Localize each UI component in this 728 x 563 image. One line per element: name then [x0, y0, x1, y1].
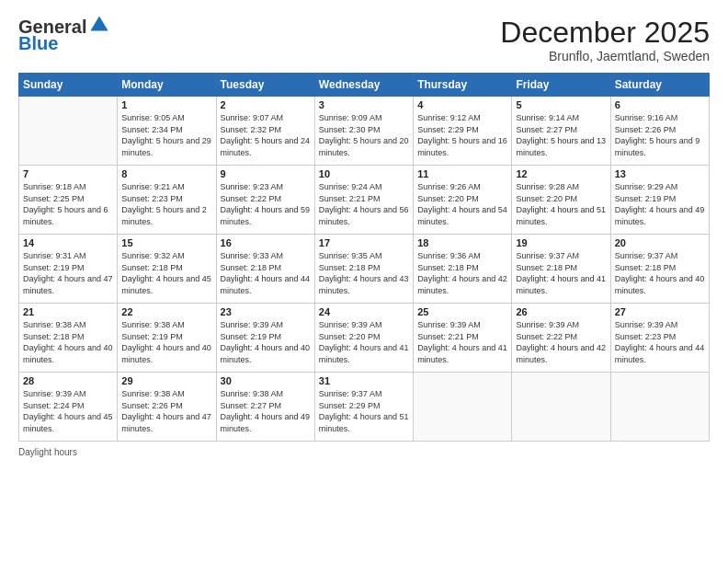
sunrise-text: Sunrise: 9:28 AM [516, 182, 579, 191]
daylight-text: Daylight: 4 hours and 49 minutes. [615, 205, 705, 226]
sunrise-text: Sunrise: 9:36 AM [417, 251, 481, 260]
sunset-text: Sunset: 2:26 PM [615, 125, 677, 134]
sunrise-text: Sunrise: 9:05 AM [121, 113, 185, 122]
day-cell-5-4: 31 Sunrise: 9:37 AM Sunset: 2:29 PM Dayl… [314, 373, 413, 442]
day-number: 29 [121, 375, 211, 386]
daylight-text: Daylight: 4 hours and 44 minutes. [615, 343, 705, 364]
daylight-text: Daylight: 4 hours and 40 minutes. [615, 274, 705, 295]
calendar-body: 1 Sunrise: 9:05 AM Sunset: 2:34 PM Dayli… [19, 97, 710, 442]
day-cell-2-3: 9 Sunrise: 9:23 AM Sunset: 2:22 PM Dayli… [216, 166, 314, 235]
sunrise-text: Sunrise: 9:38 AM [23, 320, 86, 329]
day-info: Sunrise: 9:26 AM Sunset: 2:20 PM Dayligh… [417, 181, 507, 227]
sunrise-text: Sunrise: 9:14 AM [516, 113, 579, 122]
day-info: Sunrise: 9:23 AM Sunset: 2:22 PM Dayligh… [221, 181, 311, 227]
day-info: Sunrise: 9:38 AM Sunset: 2:27 PM Dayligh… [221, 388, 311, 434]
sunset-text: Sunset: 2:18 PM [121, 263, 183, 272]
sunset-text: Sunset: 2:20 PM [516, 194, 577, 203]
day-number: 14 [23, 237, 113, 248]
day-cell-3-3: 16 Sunrise: 9:33 AM Sunset: 2:18 PM Dayl… [216, 235, 314, 304]
sunset-text: Sunset: 2:20 PM [319, 332, 381, 341]
day-info: Sunrise: 9:12 AM Sunset: 2:29 PM Dayligh… [417, 112, 507, 158]
sunrise-text: Sunrise: 9:38 AM [121, 389, 185, 398]
header-wednesday: Wednesday [314, 74, 413, 97]
sunrise-text: Sunrise: 9:29 AM [615, 182, 678, 191]
day-info: Sunrise: 9:18 AM Sunset: 2:25 PM Dayligh… [23, 181, 113, 227]
sunrise-text: Sunrise: 9:39 AM [417, 320, 481, 329]
daylight-text: Daylight: 4 hours and 41 minutes. [319, 343, 409, 364]
day-info: Sunrise: 9:38 AM Sunset: 2:19 PM Dayligh… [121, 319, 211, 365]
day-cell-1-4: 3 Sunrise: 9:09 AM Sunset: 2:30 PM Dayli… [314, 97, 413, 166]
day-number: 11 [417, 168, 507, 179]
week-row-2: 7 Sunrise: 9:18 AM Sunset: 2:25 PM Dayli… [19, 166, 710, 235]
day-cell-2-4: 10 Sunrise: 9:24 AM Sunset: 2:21 PM Dayl… [314, 166, 413, 235]
day-number: 23 [221, 306, 311, 317]
daylight-text: Daylight: 4 hours and 45 minutes. [121, 274, 211, 295]
day-cell-1-7: 6 Sunrise: 9:16 AM Sunset: 2:26 PM Dayli… [610, 97, 709, 166]
sunrise-text: Sunrise: 9:23 AM [221, 182, 284, 191]
daylight-text: Daylight: 4 hours and 54 minutes. [417, 205, 507, 226]
day-number: 13 [615, 168, 705, 179]
sunset-text: Sunset: 2:32 PM [221, 125, 282, 134]
sunset-text: Sunset: 2:23 PM [121, 194, 183, 203]
sunrise-text: Sunrise: 9:39 AM [221, 320, 284, 329]
header: General Blue December 2025 Brunflo, Jaem… [18, 17, 710, 63]
day-info: Sunrise: 9:37 AM Sunset: 2:29 PM Dayligh… [319, 388, 409, 434]
day-number: 20 [615, 237, 705, 248]
daylight-text: Daylight: 4 hours and 51 minutes. [516, 205, 606, 226]
day-cell-4-6: 26 Sunrise: 9:39 AM Sunset: 2:22 PM Dayl… [512, 304, 610, 373]
sunrise-text: Sunrise: 9:26 AM [417, 182, 481, 191]
week-row-3: 14 Sunrise: 9:31 AM Sunset: 2:19 PM Dayl… [19, 235, 710, 304]
daylight-text: Daylight: 4 hours and 42 minutes. [516, 343, 606, 364]
sunset-text: Sunset: 2:29 PM [417, 125, 479, 134]
day-cell-2-7: 13 Sunrise: 9:29 AM Sunset: 2:19 PM Dayl… [610, 166, 709, 235]
daylight-text: Daylight: 4 hours and 41 minutes. [516, 274, 606, 295]
day-info: Sunrise: 9:09 AM Sunset: 2:30 PM Dayligh… [319, 112, 409, 158]
daylight-text: Daylight: 5 hours and 24 minutes. [221, 136, 311, 157]
header-sunday: Sunday [19, 74, 118, 97]
sunrise-text: Sunrise: 9:35 AM [319, 251, 382, 260]
logo-blue-row: Blue [18, 33, 58, 54]
day-info: Sunrise: 9:39 AM Sunset: 2:23 PM Dayligh… [615, 319, 705, 365]
day-number: 25 [417, 306, 507, 317]
day-cell-2-5: 11 Sunrise: 9:26 AM Sunset: 2:20 PM Dayl… [414, 166, 512, 235]
week-row-1: 1 Sunrise: 9:05 AM Sunset: 2:34 PM Dayli… [19, 97, 710, 166]
day-number: 12 [516, 168, 606, 179]
sunset-text: Sunset: 2:21 PM [319, 194, 381, 203]
sunset-text: Sunset: 2:26 PM [121, 401, 183, 410]
day-info: Sunrise: 9:05 AM Sunset: 2:34 PM Dayligh… [121, 112, 211, 158]
day-info: Sunrise: 9:28 AM Sunset: 2:20 PM Dayligh… [516, 181, 606, 227]
daylight-text: Daylight: 5 hours and 13 minutes. [516, 136, 606, 157]
logo-area: General Blue [18, 17, 110, 54]
day-number: 7 [23, 168, 113, 179]
sunrise-text: Sunrise: 9:24 AM [319, 182, 382, 191]
daylight-text: Daylight: 5 hours and 29 minutes. [121, 136, 211, 157]
day-cell-3-1: 14 Sunrise: 9:31 AM Sunset: 2:19 PM Dayl… [19, 235, 118, 304]
day-cell-2-2: 8 Sunrise: 9:21 AM Sunset: 2:23 PM Dayli… [118, 166, 216, 235]
location-subtitle: Brunflo, Jaemtland, Sweden [500, 49, 710, 63]
day-cell-2-6: 12 Sunrise: 9:28 AM Sunset: 2:20 PM Dayl… [512, 166, 610, 235]
day-number: 10 [319, 168, 409, 179]
day-cell-4-1: 21 Sunrise: 9:38 AM Sunset: 2:18 PM Dayl… [19, 304, 118, 373]
daylight-text: Daylight: 4 hours and 59 minutes. [221, 205, 311, 226]
daylight-text: Daylight: 5 hours and 2 minutes. [121, 205, 207, 226]
sunset-text: Sunset: 2:21 PM [417, 332, 479, 341]
sunset-text: Sunset: 2:19 PM [221, 332, 282, 341]
daylight-text: Daylight: 4 hours and 45 minutes. [23, 412, 113, 433]
sunset-text: Sunset: 2:18 PM [615, 263, 677, 272]
sunset-text: Sunset: 2:20 PM [417, 194, 479, 203]
day-info: Sunrise: 9:39 AM Sunset: 2:20 PM Dayligh… [319, 319, 409, 365]
month-title: December 2025 [500, 17, 710, 49]
day-cell-5-1: 28 Sunrise: 9:39 AM Sunset: 2:24 PM Dayl… [19, 373, 118, 442]
sunrise-text: Sunrise: 9:09 AM [319, 113, 382, 122]
day-info: Sunrise: 9:35 AM Sunset: 2:18 PM Dayligh… [319, 250, 409, 296]
sunrise-text: Sunrise: 9:38 AM [121, 320, 185, 329]
sunset-text: Sunset: 2:34 PM [121, 125, 183, 134]
day-number: 8 [121, 168, 211, 179]
logo-triangle-icon [88, 14, 110, 36]
day-number: 16 [221, 237, 311, 248]
calendar-table: Sunday Monday Tuesday Wednesday Thursday… [18, 73, 710, 442]
daylight-text: Daylight: 4 hours and 47 minutes. [121, 412, 211, 433]
day-number: 17 [319, 237, 409, 248]
day-number: 31 [319, 375, 409, 386]
sunrise-text: Sunrise: 9:39 AM [615, 320, 678, 329]
